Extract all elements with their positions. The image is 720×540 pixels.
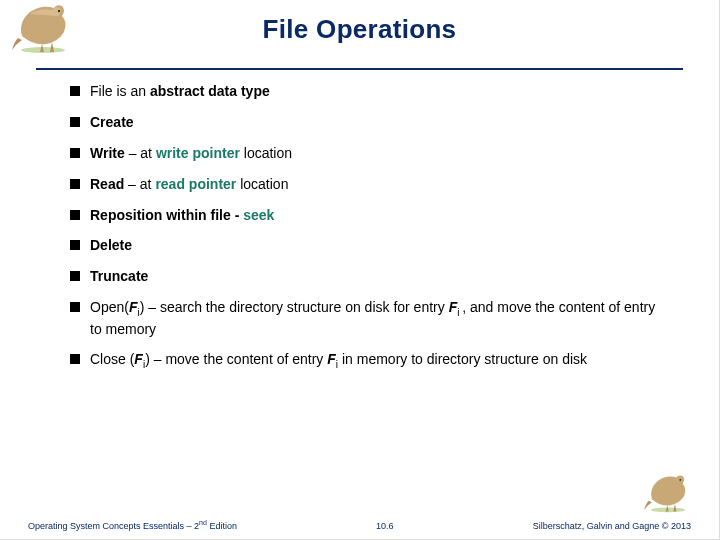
bullet-ital: F [449, 299, 458, 315]
bullet-item: Write – at write pointer location [70, 144, 659, 163]
footer-sup: nd [199, 519, 207, 526]
bullet-teal: read pointer [155, 176, 236, 192]
bullet-teal: write pointer [156, 145, 240, 161]
svg-point-3 [679, 479, 681, 481]
slide: File Operations File is an abstract data… [0, 0, 720, 540]
bullet-item: Close (Fi) – move the content of entry F… [70, 350, 659, 371]
bullet-text: in memory to directory structure on disk [338, 351, 587, 367]
bullet-ital: F [134, 351, 143, 367]
bullet-teal: seek [243, 207, 274, 223]
bullet-text: File is an [90, 83, 150, 99]
bullet-bold: Truncate [90, 268, 148, 284]
bullet-text: Open( [90, 299, 129, 315]
bullet-bold: Reposition within file - [90, 207, 243, 223]
bullet-item: Read – at read pointer location [70, 175, 659, 194]
dinosaur-watermark-icon [637, 473, 699, 513]
bullet-bold: Read [90, 176, 124, 192]
bullet-text: ) – move the content of entry [145, 351, 327, 367]
bullet-item: Truncate [70, 267, 659, 286]
bullet-ital: F [327, 351, 336, 367]
bullet-text: – at [124, 176, 155, 192]
bullet-text: – at [125, 145, 156, 161]
bullet-bold: Create [90, 114, 134, 130]
slide-content: File is an abstract data type Create Wri… [0, 70, 719, 372]
footer-right: Silberschatz, Galvin and Gagne © 2013 [533, 521, 691, 531]
footer-center: 10.6 [237, 521, 533, 531]
bullet-bold: abstract data type [150, 83, 270, 99]
bullet-item: File is an abstract data type [70, 82, 659, 101]
footer-left: Operating System Concepts Essentials – 2… [28, 519, 237, 531]
bullet-bold: Delete [90, 237, 132, 253]
slide-title: File Operations [0, 0, 719, 45]
bullet-item: Open(Fi) – search the directory structur… [70, 298, 659, 338]
svg-point-1 [58, 10, 60, 12]
bullet-text: location [236, 176, 288, 192]
slide-header: File Operations [0, 0, 719, 62]
bullet-item: Create [70, 113, 659, 132]
bullet-item: Reposition within file - seek [70, 206, 659, 225]
bullet-bold: Write [90, 145, 125, 161]
bullet-list: File is an abstract data type Create Wri… [70, 82, 659, 372]
footer-text: Edition [207, 521, 237, 531]
bullet-text: Close ( [90, 351, 134, 367]
bullet-text: location [240, 145, 292, 161]
bullet-item: Delete [70, 236, 659, 255]
slide-footer: Operating System Concepts Essentials – 2… [0, 519, 719, 531]
dinosaur-logo-icon [8, 2, 78, 54]
footer-text: Operating System Concepts Essentials – 2 [28, 521, 199, 531]
bullet-text: ) – search the directory structure on di… [140, 299, 449, 315]
